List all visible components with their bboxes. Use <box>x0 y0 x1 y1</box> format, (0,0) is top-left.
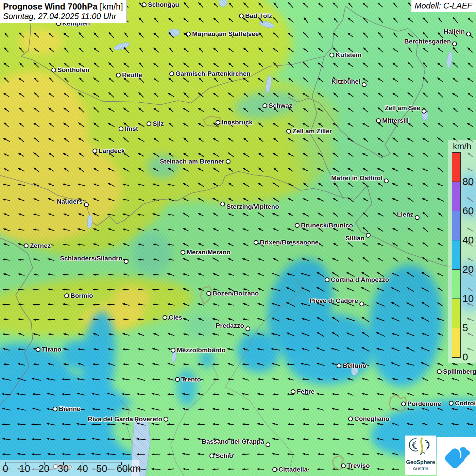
city-label: Silz <box>153 120 164 128</box>
page-title: Prognose Wind 700hPa [km/h] <box>3 2 123 12</box>
scalebar-label-60km: 60km <box>117 463 141 474</box>
scalebar-label-20: 20 <box>38 463 49 474</box>
city-label: Landeck <box>99 147 125 155</box>
legend-segment-20 <box>452 240 460 270</box>
legend-segment-5 <box>452 299 460 328</box>
city-marker <box>337 363 341 368</box>
geosphere-logo: GeoSphere Austria <box>405 436 436 475</box>
city-label: Riva del Garda <box>88 415 133 423</box>
city-label: Pieve di Cadore <box>309 297 358 305</box>
city-label: Schwaz <box>269 102 292 109</box>
city-marker <box>376 118 381 123</box>
legend-value-60: 60 <box>462 205 474 217</box>
city-marker <box>186 32 191 36</box>
city-marker <box>53 407 57 411</box>
geosphere-country: Austria <box>405 465 436 471</box>
mountain-cloud-icon <box>437 437 476 476</box>
city-label: Rovereto <box>134 415 162 423</box>
city-label: Hallein <box>444 28 465 35</box>
city-marker <box>245 326 250 331</box>
city-label: Schio <box>216 452 233 460</box>
city-marker <box>254 240 258 245</box>
legend-value-5: 5 <box>462 322 468 334</box>
city-marker <box>64 293 69 298</box>
city-marker <box>181 250 185 255</box>
city-label: Reutte <box>122 71 142 79</box>
city-marker <box>209 454 214 458</box>
city-label: Tirano <box>42 346 62 353</box>
city-marker <box>262 103 267 108</box>
legend-value-10: 10 <box>462 293 474 304</box>
city-marker <box>295 223 300 228</box>
city-label: Schlanders/Silandro <box>60 255 122 262</box>
city-marker <box>401 402 406 406</box>
city-marker <box>466 32 471 36</box>
city-label: Bozen/Bolzano <box>213 290 259 297</box>
city-marker <box>171 348 175 353</box>
legend-value-40: 40 <box>462 234 474 246</box>
model-label: Modell: C-LAEF <box>411 0 476 12</box>
city-label: Zell am Ziller <box>292 128 332 135</box>
city-label: Sterzing/Vipiteno <box>226 203 279 210</box>
legend-segment-60 <box>452 182 460 211</box>
city-marker <box>116 73 121 78</box>
city-label: Feltre <box>297 388 314 395</box>
city-marker <box>164 417 168 422</box>
scalebar-label-50: 50 <box>96 463 107 474</box>
city-label: Steinach am Brenner <box>160 158 224 165</box>
scalebar-label-30: 30 <box>58 463 69 474</box>
partner-logo <box>437 437 476 476</box>
city-label: Berchtesgaden <box>404 38 451 45</box>
city-label: Murnau am Staffelsee <box>192 30 259 38</box>
city-label: Brixen/Bressanone <box>260 239 319 246</box>
legend-unit-label: km/h <box>448 141 476 151</box>
city-marker <box>216 120 220 125</box>
city-marker <box>329 53 334 57</box>
geosphere-wordmark: GeoSphere <box>405 459 436 465</box>
scalebar-label-40: 40 <box>77 463 88 474</box>
legend-segment-0 <box>452 328 460 357</box>
city-marker <box>286 129 291 134</box>
city-marker <box>239 14 244 18</box>
title-box: Prognose Wind 700hPa [km/h] Sonntag, 27.… <box>0 0 127 23</box>
city-marker <box>341 463 346 468</box>
city-marker <box>348 417 353 421</box>
city-marker <box>36 347 40 352</box>
city-marker <box>437 369 442 374</box>
city-label: Cittadella <box>278 466 308 473</box>
scalebar-label-10: 10 <box>19 463 30 474</box>
city-marker <box>51 68 56 72</box>
city-label: Zernez <box>30 242 51 250</box>
city-label: Treviso <box>347 462 370 470</box>
geosphere-logo-icon <box>406 436 436 458</box>
city-label: Cles <box>169 314 182 321</box>
city-label: Sonthofen <box>57 66 89 74</box>
city-marker <box>169 71 174 76</box>
city-marker <box>119 126 123 131</box>
city-label: Kitzbühel <box>332 78 361 85</box>
title-unit: [km/h] <box>98 2 123 11</box>
city-label: Codroipo <box>455 400 476 407</box>
city-label: Belluno <box>343 362 367 370</box>
legend-segment-10 <box>452 270 460 299</box>
city-marker <box>366 233 371 238</box>
city-marker <box>124 259 129 264</box>
city-label: Lienz <box>397 211 413 218</box>
city-label: Schongau <box>148 1 179 8</box>
city-marker <box>291 389 295 394</box>
city-marker <box>206 291 211 296</box>
forecast-datetime: Sonntag, 27.04.2025 11:00 Uhr <box>3 12 123 21</box>
legend-segment-40 <box>452 211 460 240</box>
wind-forecast-map: SchongauBad TölzKemptenMurnau am Staffel… <box>0 0 476 476</box>
city-marker <box>384 178 389 183</box>
city-label: Pordenone <box>407 400 441 408</box>
city-marker <box>175 377 180 382</box>
city-label: Spilimbergo <box>443 368 476 375</box>
city-label: Nauders <box>57 198 83 205</box>
city-label: Mittersill <box>382 117 409 124</box>
city-label: Predazzo <box>216 322 244 329</box>
city-label: Garmisch-Partenkirchen <box>175 70 251 78</box>
city-label: Bruneck/Brunico <box>301 222 353 229</box>
city-label: Zell am See <box>385 104 420 112</box>
city-marker <box>220 202 225 206</box>
